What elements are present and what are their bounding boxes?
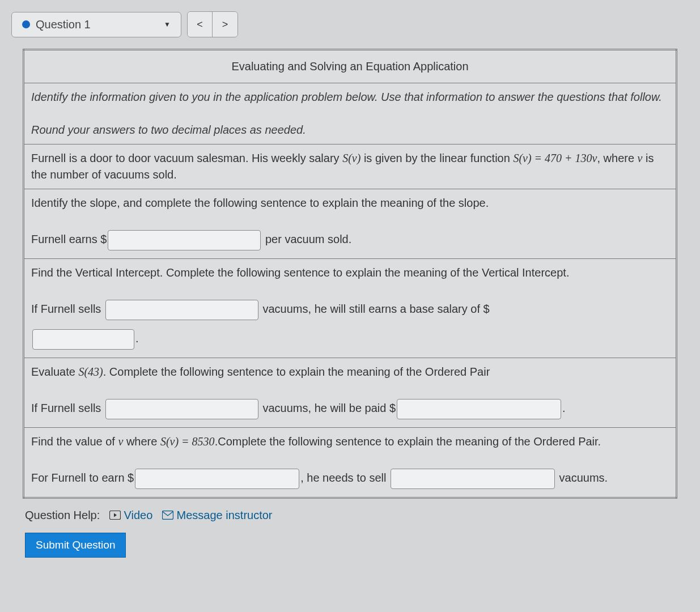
- chevron-down-icon: ▼: [164, 20, 171, 28]
- svg-marker-1: [114, 513, 117, 517]
- solve-eq: S(v) = 8530: [160, 435, 215, 448]
- nav-arrows: < >: [187, 11, 238, 37]
- solve-prompt-b: where: [123, 435, 160, 448]
- scenario-text-a: Furnell is a door to door vacuum salesma…: [31, 152, 342, 164]
- solve-v: v: [118, 435, 123, 448]
- problem-table: Evaluating and Solving an Equation Appli…: [23, 49, 677, 499]
- instructions-cell: Identify the information given to you in…: [24, 83, 677, 144]
- scenario-text-c: , where: [597, 152, 637, 164]
- status-bullet: [22, 20, 30, 28]
- eval-paid-input[interactable]: [397, 399, 561, 419]
- solve-cell: Find the value of v where S(v) = 8530.Co…: [24, 428, 677, 498]
- eval-prompt-b: . Complete the following sentence to exp…: [103, 366, 490, 378]
- vint-prompt: Find the Vertical Intercept. Complete th…: [31, 265, 669, 281]
- slope-cell: Identify the slope, and complete the fol…: [24, 189, 677, 259]
- solve-prompt-a: Find the value of: [31, 435, 118, 448]
- v-label: v: [638, 152, 643, 164]
- table-title: Evaluating and Solving an Equation Appli…: [24, 50, 677, 83]
- solve-text-c: vacuums.: [556, 471, 608, 484]
- vint-salary-input[interactable]: [32, 329, 134, 350]
- help-row: Question Help: Video Message instructor: [23, 499, 677, 528]
- question-label: Question 1: [36, 18, 91, 31]
- slope-text-b: per vacuum sold.: [262, 233, 351, 245]
- prev-button[interactable]: <: [188, 12, 213, 37]
- submit-button[interactable]: Submit Question: [25, 533, 126, 558]
- evaluate-cell: Evaluate S(43). Complete the following s…: [24, 358, 677, 428]
- eval-prompt-a: Evaluate: [31, 366, 78, 378]
- mail-icon: [162, 509, 173, 522]
- solve-text-a: For Furnell to earn $: [31, 471, 134, 484]
- vint-text-c: .: [135, 332, 139, 345]
- solve-vacuums-input[interactable]: [391, 469, 555, 489]
- instructions-p1: Identify the information given to you in…: [31, 89, 669, 105]
- slope-text-a: Furnell earns $: [31, 233, 107, 245]
- eval-text-b: vacuums, he will be paid $: [260, 402, 396, 414]
- solve-earn-input[interactable]: [135, 469, 299, 489]
- scenario-text-b: is given by the linear function: [360, 152, 513, 164]
- vint-text-b: vacuums, he will still earns a base sala…: [260, 303, 490, 315]
- eval-text-a: If Furnell sells: [31, 402, 104, 414]
- video-link[interactable]: Video: [124, 509, 153, 521]
- help-label: Question Help:: [25, 509, 100, 521]
- slope-prompt: Identify the slope, and complete the fol…: [31, 195, 669, 211]
- video-icon: [109, 509, 121, 522]
- sv-label: S(v): [342, 152, 360, 164]
- vint-vacuums-input[interactable]: [105, 300, 258, 320]
- solve-prompt-c: .Complete the following sentence to expl…: [215, 435, 601, 448]
- eval-sv43: S(43): [78, 366, 103, 378]
- vint-text-a: If Furnell sells: [31, 303, 104, 315]
- sv-equation: S(v) = 470 + 130v: [513, 152, 597, 164]
- next-button[interactable]: >: [213, 12, 237, 37]
- eval-text-c: .: [562, 402, 566, 414]
- scenario-cell: Furnell is a door to door vacuum salesma…: [24, 144, 677, 189]
- eval-vacuums-input[interactable]: [105, 399, 258, 419]
- solve-text-b: , he needs to sell: [300, 471, 389, 484]
- vintercept-cell: Find the Vertical Intercept. Complete th…: [24, 259, 677, 358]
- instructions-p2: Round your answers to two decimal places…: [31, 122, 669, 138]
- svg-rect-2: [163, 511, 173, 520]
- slope-input[interactable]: [108, 230, 261, 250]
- message-instructor-link[interactable]: Message instructor: [177, 509, 273, 521]
- question-selector[interactable]: Question 1 ▼: [11, 12, 181, 37]
